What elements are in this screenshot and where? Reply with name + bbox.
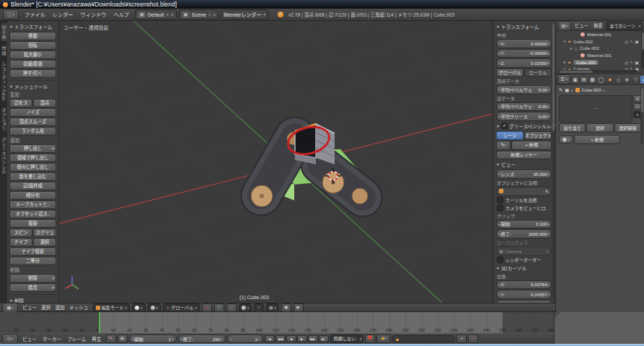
tool-button[interactable]: 領域で押し出し: [9, 154, 56, 162]
transport-button[interactable]: ◀: [286, 335, 296, 342]
current-frame-field[interactable]: ◂1▸: [227, 334, 263, 344]
titlebar[interactable]: Blender* [C:¥Users¥anazawa¥Downloads¥scr…: [0, 0, 644, 9]
eyedropper-icon[interactable]: ✎: [559, 87, 563, 92]
editor-type-button[interactable]: ▤▾: [558, 21, 571, 31]
tool-menu-button[interactable]: 結合: [9, 283, 56, 292]
transport-button[interactable]: ◀◀: [275, 335, 286, 342]
tool-button[interactable]: 細分化: [9, 191, 56, 200]
npanel-scrollbar[interactable]: [552, 23, 555, 299]
properties-scrollbar[interactable]: [640, 86, 643, 144]
tool-button[interactable]: オフセット辺ス..: [9, 210, 56, 218]
tab-shading-uv[interactable]: シェーディング/UV: [0, 59, 7, 104]
tool-button[interactable]: ノイズ: [9, 108, 56, 117]
tool-button[interactable]: スピン: [9, 229, 32, 237]
tool-button[interactable]: ナイフ投影: [9, 247, 56, 256]
screen-layout-selector[interactable]: ▦ Default + ×: [135, 9, 177, 19]
lock-object-field[interactable]: ✎: [496, 187, 552, 196]
close-icon[interactable]: ×: [546, 249, 549, 254]
tool-button[interactable]: ループカットと..: [9, 200, 56, 209]
tool-button[interactable]: 選択: [33, 238, 56, 247]
snap-element-dropdown[interactable]: ⊞▾: [266, 303, 279, 312]
edge-crease-field[interactable]: ◂平均クリース:0.00▸: [496, 112, 552, 121]
tab-scene-icon[interactable]: ▦: [588, 76, 596, 84]
editor-type-button[interactable]: ⓘ▾: [3, 9, 19, 19]
clip-end-field[interactable]: ◂終了:1000.000▸: [496, 229, 552, 239]
tab-data-icon[interactable]: ▽: [632, 76, 640, 84]
panel-transform-header[interactable]: トランスフォーム: [9, 23, 56, 30]
menu-item[interactable]: ビュー: [573, 22, 590, 30]
lens-field[interactable]: ◂レンズ:35.000▸: [496, 169, 552, 179]
tab-material-icon[interactable]: ●: [640, 76, 644, 84]
tab-render-layers-icon[interactable]: ▤: [580, 76, 588, 84]
gpencil-pencil-icon[interactable]: ✎▾: [496, 141, 511, 150]
sync-dropdown[interactable]: 同期しない: [330, 334, 364, 344]
tool-button[interactable]: 複製: [9, 219, 56, 228]
outliner-row[interactable]: · Material.001: [556, 52, 644, 59]
tool-button[interactable]: スクリュ: [33, 229, 56, 237]
tool-button[interactable]: 押す/引く: [9, 69, 56, 78]
delete-scene-icon[interactable]: ×: [213, 12, 216, 17]
frame-start-field[interactable]: ◂開始:1▸: [129, 334, 177, 344]
tab-object-icon[interactable]: ■: [606, 76, 614, 84]
tool-button[interactable]: 頂点: [33, 99, 56, 107]
tool-button[interactable]: 個々に押し出し: [9, 163, 56, 172]
insert-keyframe-button[interactable]: +: [456, 334, 467, 343]
eye-icon[interactable]: ◎: [625, 60, 628, 65]
manipulator-translate-button[interactable]: +: [202, 303, 212, 312]
menu-item[interactable]: 追加: [53, 303, 66, 311]
tool-button[interactable]: 辺をス: [9, 99, 32, 107]
npanel-transform-header[interactable]: トランスフォーム: [496, 23, 552, 30]
render-border-checkbox[interactable]: レンダーボーダー: [497, 257, 552, 263]
model-tank[interactable]: [251, 124, 368, 207]
menu-item[interactable]: ビュー: [19, 334, 40, 344]
manipulator-scale-button[interactable]: □: [226, 303, 237, 312]
opengl-render-still-button[interactable]: ▣: [281, 303, 291, 312]
tool-button[interactable]: 頂点スムーズ: [9, 117, 56, 126]
tab-create[interactable]: 作成: [0, 43, 7, 58]
deselect-button[interactable]: 選択解除: [614, 123, 641, 133]
local-button[interactable]: ローカル: [524, 68, 552, 78]
tool-menu-button[interactable]: 削除: [9, 274, 56, 283]
mode-dropdown[interactable]: 編集モード ▾: [93, 303, 130, 312]
viewport-shading-dropdown[interactable]: ▾: [132, 303, 146, 312]
menu-item[interactable]: フレーム: [64, 334, 89, 344]
median-x-field[interactable]: ◂X:0.00000▸: [496, 39, 552, 48]
delete-layout-icon[interactable]: ×: [171, 12, 174, 17]
render-icon[interactable]: ▣: [635, 60, 639, 65]
menu-item[interactable]: ファイル: [21, 9, 49, 20]
local-camera-field[interactable]: ▣Camera×: [496, 247, 552, 256]
material-browse-dropdown[interactable]: ▾: [559, 136, 573, 143]
tool-button[interactable]: 二等分: [9, 257, 56, 265]
tool-button[interactable]: 収縮/膨張: [9, 60, 56, 68]
gpencil-scene-toggle[interactable]: シーン: [496, 131, 524, 141]
median-z-field[interactable]: ◂Z:0.02500▸: [496, 58, 552, 68]
current-frame-indicator[interactable]: [99, 312, 100, 333]
menu-item[interactable]: メッシュ: [67, 303, 91, 311]
menu-item[interactable]: 再生: [89, 334, 104, 344]
gpencil-object-toggle[interactable]: オブジェクト: [524, 131, 552, 141]
operator-panel-header[interactable]: 削除: [9, 297, 56, 303]
cursor-x-field[interactable]: ◂X:0.03764▸: [496, 280, 552, 290]
delete-keyframe-button[interactable]: ×: [468, 334, 478, 343]
render-engine-selector[interactable]: Blenderレンダー ▾: [221, 9, 268, 19]
render-icon[interactable]: ▣: [635, 39, 639, 44]
tool-button[interactable]: 辺/面作成: [9, 182, 56, 190]
vertex-bevel-field[interactable]: ◂平均ベベルウェ:0.00▸: [496, 85, 552, 94]
panel-meshtools-header[interactable]: メッシュツール: [9, 83, 56, 90]
opengl-render-anim-button[interactable]: ▶: [294, 303, 304, 312]
outliner-row[interactable]: ⊖▲ Cube.002 ◎↖▣: [556, 38, 644, 45]
viewport-3d[interactable]: ユーザー・透視投影 (1) Cube.003: [59, 21, 493, 303]
outliner-row[interactable]: · Material.001: [556, 31, 644, 38]
tool-button[interactable]: ランダム化: [9, 127, 56, 136]
auto-keyframe-button[interactable]: [365, 334, 375, 343]
transport-button[interactable]: |◀: [265, 335, 275, 342]
lock-cursor-checkbox[interactable]: カーソルを注視: [497, 197, 552, 203]
tab-render-icon[interactable]: ▣: [571, 76, 579, 84]
menu-item[interactable]: ウィンドウ: [77, 9, 110, 20]
editor-type-button[interactable]: ▦▾: [2, 303, 18, 313]
menu-item[interactable]: ビュー: [20, 303, 39, 311]
assign-button[interactable]: 割り当て: [559, 123, 586, 133]
frame-end-field[interactable]: ◂終了:250▸: [178, 334, 226, 344]
tab-options[interactable]: オプション: [0, 105, 7, 133]
gpencil-new-layer-button[interactable]: 新規レイヤー: [496, 151, 552, 160]
